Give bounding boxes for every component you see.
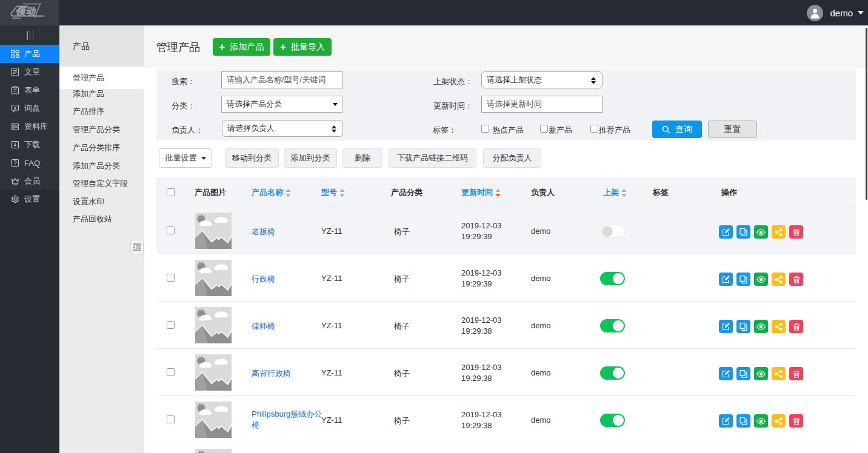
svg-text:领动: 领动 (15, 6, 38, 17)
